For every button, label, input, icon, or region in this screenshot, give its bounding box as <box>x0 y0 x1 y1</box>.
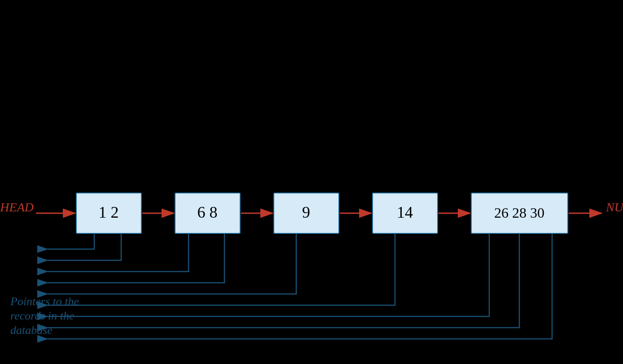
null-label: NULL <box>605 200 623 214</box>
node-5-text: 26 28 30 <box>494 205 544 221</box>
ptr-arrow-5a <box>47 233 489 316</box>
diagram-canvas: 1 2 6 8 9 14 26 28 30 HEAD NULL Pointer <box>0 0 623 364</box>
node-2-text: 6 8 <box>197 203 218 221</box>
ptr-arrow-2b <box>47 233 224 283</box>
ptr-arrow-1b <box>47 233 121 260</box>
ptr-arrow-5c <box>47 233 552 339</box>
ptr-arrow-3 <box>47 233 296 294</box>
pointer-label-line3: database <box>10 324 53 337</box>
head-label: HEAD <box>0 200 34 214</box>
node-4-text: 14 <box>397 203 413 221</box>
ptr-arrow-5b <box>47 233 519 328</box>
node-3-text: 9 <box>302 203 310 221</box>
node-1-text: 1 2 <box>99 203 119 221</box>
pointer-label-line1: Pointers to the <box>10 295 79 308</box>
pointer-label-line2: records in the <box>10 309 75 322</box>
ptr-arrow-2a <box>47 233 189 272</box>
ptr-arrow-1a <box>47 233 94 249</box>
